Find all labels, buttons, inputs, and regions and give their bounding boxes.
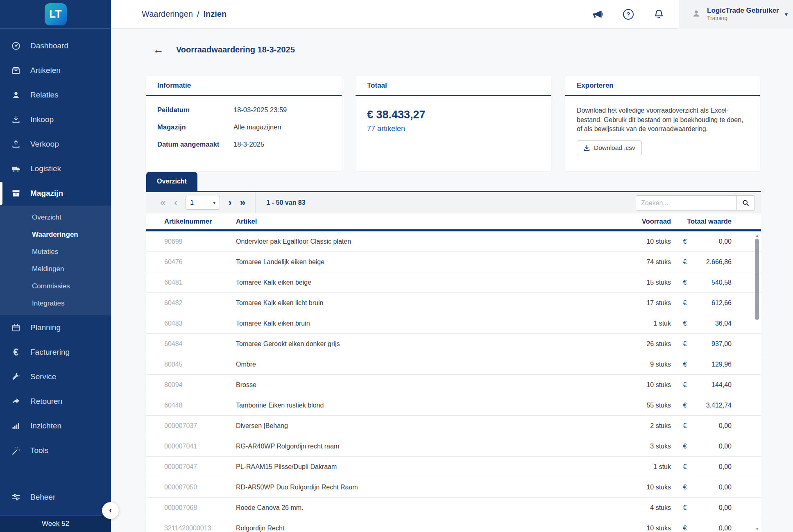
sidebar-item-inzichten[interactable]: Inzichten — [0, 414, 111, 438]
back-arrow-icon[interactable]: ← — [153, 44, 164, 55]
search-button[interactable] — [737, 195, 755, 211]
cell-artikel: Tomaree Gerookt eiken donker grijs — [236, 340, 581, 348]
cell-artikelnummer: 60483 — [164, 320, 236, 327]
sliders-icon — [11, 492, 21, 503]
sidebar-item-beheer[interactable]: Beheer — [0, 485, 111, 509]
sidebar-item-artikelen[interactable]: Artikelen — [0, 58, 111, 83]
scrollbar-thumb[interactable] — [755, 239, 759, 320]
download-csv-button[interactable]: Download .csv — [577, 140, 642, 155]
cell-totaal-waarde: 0,00 — [699, 484, 732, 491]
table-row[interactable]: 60483Tomaree Kalk eiken bruin1 stuk€36,0… — [146, 313, 761, 334]
cell-totaal-waarde: 36,04 — [699, 320, 732, 327]
cell-totaal-waarde: 2.666,86 — [699, 258, 732, 266]
currency-symbol: € — [671, 279, 699, 286]
cell-totaal-waarde: 0,00 — [699, 238, 732, 245]
cell-artikelnummer: 80045 — [164, 361, 236, 368]
table-row[interactable]: 000007047PL-RAAM15 Plisse/Dupli Dakraam1… — [146, 457, 761, 477]
scroll-down-icon[interactable]: ▼ — [754, 527, 760, 531]
sidebar-subitem-mutaties[interactable]: Mutaties — [0, 243, 111, 260]
pagination-divider — [255, 192, 256, 213]
table-row[interactable]: 60448Tamborine Eiken rustiek blond55 stu… — [146, 395, 761, 416]
cell-voorraad: 3 stuks — [581, 443, 671, 450]
table-row[interactable]: 60481Tomaree Kalk eiken beige15 stuks€54… — [146, 272, 761, 293]
currency-symbol: € — [671, 463, 699, 471]
sidebar-subitem-commissies[interactable]: Commissies — [0, 278, 111, 295]
cell-artikel: Roede Canova 26 mm. — [236, 504, 581, 512]
sidebar-item-label: Facturering — [30, 348, 70, 357]
info-row-datum-aangemaakt: Datum aangemaakt18-3-2025 — [157, 140, 330, 148]
currency-symbol: € — [671, 238, 699, 245]
cell-artikel: Ombre — [236, 361, 581, 368]
euro-icon: € — [11, 347, 21, 358]
currency-symbol: € — [671, 320, 699, 327]
tab-overzicht[interactable]: Overzicht — [146, 172, 197, 191]
breadcrumb-current: Inzien — [203, 9, 227, 19]
logo-area: LT — [0, 0, 111, 29]
sidebar-item-dashboard[interactable]: Dashboard — [0, 34, 111, 58]
sidebar-item-relaties[interactable]: Relaties — [0, 83, 111, 107]
table-row[interactable]: 80094Brosse10 stuks€144,40 — [146, 375, 761, 395]
scroll-up-icon[interactable]: ▲ — [754, 233, 760, 238]
last-page-button[interactable]: » — [236, 197, 250, 208]
bell-icon[interactable] — [653, 9, 664, 20]
sidebar-item-label: Beheer — [30, 493, 55, 502]
table-row[interactable]: 000007068Roede Canova 26 mm.4 stuks€0,00 — [146, 498, 761, 518]
cell-artikelnummer: 60448 — [164, 402, 236, 409]
sidebar-subitem-integraties[interactable]: Integraties — [0, 295, 111, 312]
sidebar-item-verkoop[interactable]: Verkoop — [0, 132, 111, 156]
sidebar-item-magazijn[interactable]: Magazijn — [0, 181, 111, 206]
download-csv-label: Download .csv — [594, 144, 635, 152]
logictrade-logo[interactable]: LT — [45, 3, 67, 25]
truck-icon — [11, 163, 21, 174]
sidebar-item-label: Service — [30, 372, 56, 381]
next-page-button[interactable]: › — [224, 197, 236, 208]
table-row[interactable]: 000007037Diversen |Behang2 stuks€0,00 — [146, 416, 761, 436]
main-area: Waarderingen / Inzien ? Logic — [111, 0, 793, 532]
table-scrollbar[interactable]: ▲ ▼ — [754, 233, 760, 531]
sidebar-item-label: Artikelen — [30, 66, 61, 75]
download-icon — [11, 114, 21, 125]
sidebar-item-inkoop[interactable]: Inkoop — [0, 107, 111, 132]
user-menu[interactable]: LogicTrade Gebruiker Training ▾ — [679, 0, 793, 29]
cell-voorraad: 10 stuks — [581, 381, 671, 389]
breadcrumb-parent[interactable]: Waarderingen — [142, 9, 193, 19]
megaphone-icon[interactable] — [592, 9, 603, 20]
sidebar-item-service[interactable]: Service — [0, 364, 111, 389]
sidebar-item-retouren[interactable]: Retouren — [0, 389, 111, 414]
table-row[interactable]: 000007050RD-AR50WP Duo Rolgordijn Recht … — [146, 477, 761, 498]
table-row[interactable]: 60476Tomaree Landelijk eiken beige74 stu… — [146, 252, 761, 272]
first-page-button[interactable]: « — [156, 197, 170, 208]
table-row[interactable]: 60484Tomaree Gerookt eiken donker grijs2… — [146, 334, 761, 354]
sidebar-item-facturering[interactable]: €Facturering — [0, 340, 111, 364]
column-voorraad[interactable]: Voorraad — [581, 217, 671, 225]
currency-symbol: € — [671, 381, 699, 389]
sidebar-item-logistiek[interactable]: Logistiek — [0, 156, 111, 181]
table-row[interactable]: 000007041RG-AR40WP Rolgordijn recht raam… — [146, 436, 761, 457]
previous-page-button[interactable]: ‹ — [170, 197, 181, 208]
page-select[interactable]: 1 ▾ — [186, 196, 220, 210]
column-artikelnummer[interactable]: Artikelnummer — [164, 217, 236, 225]
column-artikel[interactable]: Artikel — [236, 217, 581, 225]
table-row[interactable]: 80045Ombre9 stuks€129,96 — [146, 354, 761, 375]
table-row[interactable]: 90699Ondervloer pak Egalfloor Classic pl… — [146, 231, 761, 252]
sidebar-collapse-button[interactable]: ‹ — [102, 502, 119, 519]
sidebar-subitem-meldingen[interactable]: Meldingen — [0, 260, 111, 278]
cell-voorraad: 17 stuks — [581, 299, 671, 307]
table-header: Artikelnummer Artikel Voorraad Totaal wa… — [146, 213, 761, 231]
cell-artikelnummer: 000007050 — [164, 484, 236, 491]
info-row-magazijn: MagazijnAlle magazijnen — [157, 123, 330, 131]
help-icon[interactable]: ? — [623, 9, 634, 20]
sidebar-subitem-overzicht[interactable]: Overzicht — [0, 209, 111, 226]
column-totaal-waarde[interactable]: Totaal waarde — [671, 217, 732, 225]
cell-totaal-waarde: 144,40 — [699, 381, 732, 389]
sidebar-item-planning[interactable]: Planning — [0, 315, 111, 340]
sidebar-item-label: Verkoop — [30, 140, 59, 149]
currency-symbol: € — [671, 422, 699, 430]
sidebar-item-tools[interactable]: Tools — [0, 438, 111, 463]
search-input[interactable] — [636, 195, 737, 211]
table-row[interactable]: 60482Tomaree Kalk eiken licht bruin17 st… — [146, 293, 761, 313]
sidebar-subitem-waarderingen[interactable]: Waarderingen — [0, 226, 111, 243]
cell-voorraad: 10 stuks — [581, 525, 671, 532]
table-row[interactable]: 3211420000013Rolgordijn Recht10 stuks€0,… — [146, 518, 761, 532]
info-row-peildatum: Peildatum18-03-2025 23:59 — [157, 106, 330, 114]
